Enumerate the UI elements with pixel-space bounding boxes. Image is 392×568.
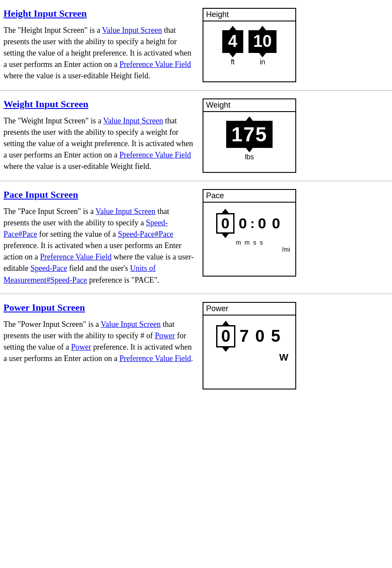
height-value-input-link[interactable]: Value Input Screen [102, 26, 162, 35]
power-unit-label: W [279, 352, 288, 365]
height-title[interactable]: Height Input Screen [4, 8, 195, 19]
weight-digits: 175 [226, 121, 273, 148]
height-ft-down-arrow [229, 53, 236, 57]
pace-digits-row: 0 0 : 0 [216, 209, 283, 238]
pace-screen-body: 0 0 : 0 [203, 203, 295, 256]
weight-value-row: 175 lbs [226, 116, 273, 161]
power-screen-col: Power 0 7 0 5 W [199, 302, 300, 389]
height-screen-col: Height 4 ft 10 in [199, 8, 300, 82]
height-values: 4 ft 10 in [222, 26, 276, 66]
height-in-label: in [260, 58, 265, 66]
pace-text-col: Pace Input Screen The "Pace Input Screen… [0, 189, 199, 286]
pace-unit-s1: s [253, 239, 256, 246]
power-screen-box: Power 0 7 0 5 W [203, 302, 296, 389]
pace-speed-pace-link2[interactable]: Speed-Pace#Pace [118, 230, 173, 238]
power-body: The "Power Input Screen" is a Value Inpu… [4, 319, 195, 364]
pace-m1-down [222, 234, 229, 238]
weight-screen-header: Weight [203, 99, 295, 112]
pace-right-col [300, 189, 392, 286]
power-link2[interactable]: Power [71, 343, 91, 351]
height-screen-box: Height 4 ft 10 in [203, 8, 296, 82]
power-d2-digit: 0 [253, 326, 267, 347]
height-text-col: Height Input Screen The "Height Input Sc… [0, 8, 199, 82]
weight-text-col: Weight Input Screen The "Weight Input Sc… [0, 98, 199, 173]
power-d3-digit: 5 [269, 326, 283, 347]
power-d0-col: 0 [216, 321, 235, 352]
height-ft-label: ft [231, 58, 234, 66]
power-screen-body: 0 7 0 5 W [203, 316, 295, 367]
pace-s1-col: 0 [256, 209, 269, 238]
power-pref-value-link[interactable]: Preference Value Field [119, 354, 191, 363]
weight-up-arrow [246, 116, 253, 121]
power-right-col [300, 302, 392, 389]
weight-down-arrow [246, 148, 253, 152]
power-d0-down [222, 347, 229, 352]
pace-body: The "Pace Input Screen" is a Value Input… [4, 206, 195, 286]
power-unit-row: W [279, 352, 288, 363]
pace-speed-pace-link3[interactable]: Speed-Pace [30, 264, 67, 273]
pace-unit-m2: m [245, 239, 250, 246]
height-in-down-arrow [259, 53, 266, 57]
weight-section: Weight Input Screen The "Weight Input Sc… [0, 91, 392, 181]
weight-unit-label: lbs [245, 153, 254, 161]
pace-screen-header: Pace [203, 190, 295, 203]
pace-s2-col: 0 [270, 209, 283, 238]
weight-screen-col: Weight 175 lbs [199, 98, 300, 173]
pace-unit-labels-row: m m s s [236, 239, 262, 246]
height-screen-header: Height [203, 9, 295, 21]
pace-m2-col: 0 [236, 209, 249, 238]
weight-pref-value-link[interactable]: Preference Value Field [119, 151, 191, 159]
height-section: Height Input Screen The "Height Input Sc… [0, 0, 392, 91]
pace-m1-digit: 0 [216, 213, 234, 234]
power-screen-header: Power [203, 303, 295, 316]
pace-pref-value-link[interactable]: Preference Value Field [40, 252, 112, 261]
weight-screen-box: Weight 175 lbs [203, 98, 296, 173]
pace-per-unit: /mi [282, 246, 290, 253]
pace-colon2: : [249, 216, 256, 231]
pace-m1-col: 0 [216, 209, 234, 238]
pace-title[interactable]: Pace Input Screen [4, 189, 195, 200]
power-d1-digit: 7 [237, 326, 251, 347]
pace-value-input-link[interactable]: Value Input Screen [95, 207, 155, 216]
power-digits-row: 0 7 0 5 [216, 321, 283, 352]
height-ft-col: 4 ft [222, 26, 243, 66]
weight-value-input-link[interactable]: Value Input Screen [103, 116, 163, 125]
pace-screen-box: Pace 0 0 : [203, 189, 296, 277]
pace-unit-m1: m [236, 239, 241, 246]
power-value-input-link[interactable]: Value Input Screen [101, 320, 161, 329]
pace-screen-col: Pace 0 0 : [199, 189, 300, 286]
height-pref-value-link[interactable]: Preference Value Field [119, 60, 191, 69]
pace-s1-digit: 0 [256, 214, 269, 233]
power-d0-digit: 0 [216, 325, 235, 348]
power-link1[interactable]: Power [155, 331, 175, 340]
pace-s2-digit: 0 [270, 214, 283, 233]
pace-section: Pace Input Screen The "Pace Input Screen… [0, 181, 392, 294]
power-title[interactable]: Power Input Screen [4, 302, 195, 313]
pace-m2-digit: 0 [236, 214, 249, 233]
power-d0-up [222, 321, 229, 325]
height-ft-up-arrow [229, 26, 236, 30]
pace-units-link[interactable]: Units of Measurement#Speed-Pace [4, 264, 156, 284]
height-body: The "Height Input Screen" is a Value Inp… [4, 25, 195, 81]
height-in-up-arrow [259, 26, 266, 30]
weight-right-col [300, 98, 392, 173]
height-ft-digit: 4 [222, 30, 243, 53]
height-right-col [300, 8, 392, 82]
height-in-digit: 10 [248, 30, 276, 53]
weight-title[interactable]: Weight Input Screen [4, 98, 195, 110]
power-section: Power Input Screen The "Power Input Scre… [0, 294, 392, 397]
power-text-col: Power Input Screen The "Power Input Scre… [0, 302, 199, 389]
height-screen-body: 4 ft 10 in [203, 21, 295, 70]
weight-body: The "Weight Input Screen" is a Value Inp… [4, 115, 195, 172]
height-in-col: 10 in [248, 26, 276, 66]
pace-unit-s2: s [260, 239, 263, 246]
weight-screen-body: 175 lbs [203, 112, 295, 165]
pace-m1-up [222, 209, 229, 213]
